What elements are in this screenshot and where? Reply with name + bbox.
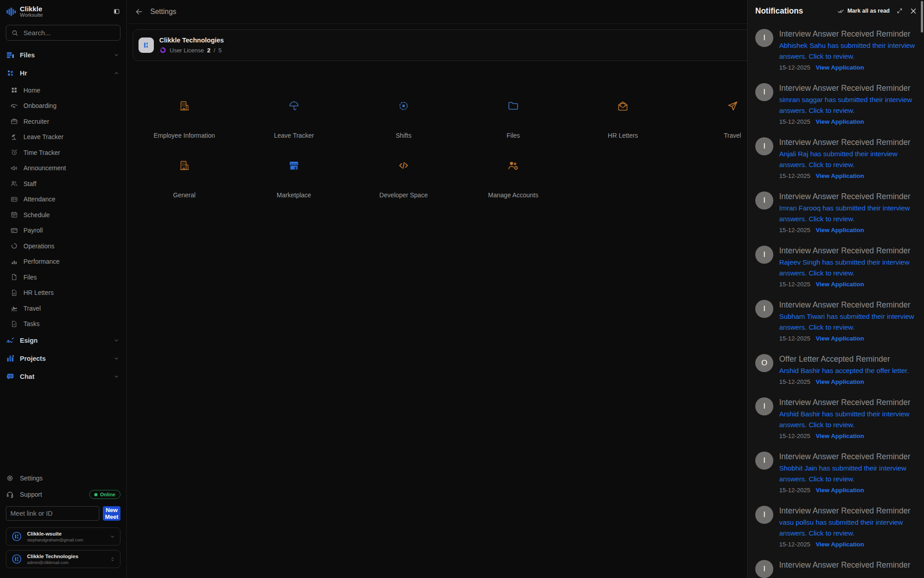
app-tile-general[interactable]: General (129, 159, 239, 199)
view-application-link[interactable]: View Application (816, 433, 864, 439)
view-application-link[interactable]: View Application (816, 281, 864, 288)
sidebar-item-files[interactable]: Files (0, 46, 126, 64)
avatar: O (755, 354, 773, 372)
notification-message[interactable]: Arshid Bashir has accepted the offer let… (779, 365, 909, 376)
view-application-link[interactable]: View Application (816, 541, 864, 548)
notification-date: 15-12-2025 (779, 64, 810, 71)
view-application-link[interactable]: View Application (816, 64, 864, 71)
company-logo-icon (139, 37, 154, 53)
sidebar-item-schedule[interactable]: Schedule (0, 207, 126, 223)
mark-all-as-read-button[interactable]: Mark all as read (837, 8, 890, 14)
notification-item[interactable]: I Interview Answer Received Reminder Imr… (755, 191, 920, 233)
back-arrow-icon[interactable] (134, 7, 143, 16)
view-application-link[interactable]: View Application (816, 378, 864, 385)
credit-card-icon (10, 227, 18, 234)
beach-umbrella-icon (10, 133, 18, 141)
sidebar-item-payroll[interactable]: Payroll (0, 223, 126, 238)
expand-icon[interactable] (896, 8, 903, 14)
notification-item[interactable]: I Interview Answer Received Reminder sim… (755, 83, 920, 125)
account-switcher-clikkle-wsuite[interactable]: Clikkle-wsuite stephandgraham@gmail.com (6, 527, 120, 545)
notification-item[interactable]: O Offer Letter Accepted Reminder Arshid … (755, 354, 920, 385)
sidebar-item-operations[interactable]: Operations (0, 238, 126, 254)
notification-date: 15-12-2025 (779, 227, 810, 233)
sidebar-collapse-icon[interactable] (113, 8, 120, 15)
notification-message[interactable]: Rajeev Singh has submitted their intervi… (779, 257, 917, 279)
avatar: I (755, 397, 773, 415)
people-icon (10, 180, 18, 187)
sidebar-item-esign[interactable]: Esign (0, 331, 126, 350)
chev-down-icon[interactable] (110, 534, 116, 540)
notification-item[interactable]: I Interview Answer Received Reminder Raj… (755, 246, 920, 288)
sidebar-item-staff[interactable]: Staff (0, 176, 126, 191)
company-name: Clikkle Technologies (159, 37, 224, 44)
notification-message[interactable]: Arshid Bashir has submitted their interv… (779, 409, 917, 430)
app-tile-employee-information[interactable]: Employee Information (129, 100, 239, 139)
notification-item[interactable]: I Interview Answer Received Reminder Anj… (755, 137, 920, 179)
notification-item[interactable]: I Interview Answer Received Reminder vas… (755, 506, 920, 548)
app-tile-files[interactable]: Files (458, 100, 568, 139)
view-application-link[interactable]: View Application (816, 118, 864, 125)
sidebar-item-announcement[interactable]: Announcement (0, 160, 126, 176)
umbrella-icon (288, 100, 300, 112)
sidebar-item-support[interactable]: Support Online (6, 486, 120, 503)
search-input[interactable] (23, 29, 115, 37)
app-tile-developer-space[interactable]: Developer Space (349, 159, 458, 199)
sidebar-item-chat[interactable]: Chat (0, 368, 126, 386)
sidebar-item-settings[interactable]: Settings (6, 470, 120, 486)
avatar: I (755, 191, 773, 210)
meet-link-input[interactable] (6, 506, 99, 521)
company-info: Clikkle Technologies User License 2 / 5 (159, 37, 224, 54)
sidebar-item-files[interactable]: Files (0, 269, 126, 285)
notification-item[interactable]: I Interview Answer Received Reminder Sub… (755, 300, 920, 342)
account-switcher-clikkle-technologies[interactable]: Clikkle Technologies admin@clikkmail.com (6, 550, 120, 568)
notification-message[interactable]: Anjali Raj has submitted their interview… (779, 149, 917, 170)
view-application-link[interactable]: View Application (816, 487, 864, 494)
app-tile-leave-tracker[interactable]: Leave Tracker (239, 100, 349, 139)
notification-message[interactable]: Shobhit Jain has submitted their intervi… (779, 463, 917, 485)
close-icon[interactable] (910, 7, 917, 15)
new-meet-button[interactable]: New Meet (103, 506, 120, 521)
sidebar-item-hr-letters[interactable]: HR Letters (0, 285, 126, 301)
send-icon (726, 100, 739, 112)
sidebar-item-travel[interactable]: Travel (0, 300, 126, 316)
sidebar-item-hr[interactable]: Hr (0, 64, 126, 82)
app-tile-manage-accounts[interactable]: Manage Accounts (458, 159, 568, 199)
view-application-link[interactable]: View Application (816, 227, 864, 233)
sidebar-item-attendance[interactable]: Attendance (0, 191, 126, 207)
sidebar-item-recruiter[interactable]: Recruiter (0, 113, 126, 129)
notification-message[interactable]: vasu pollsu has submitted their intervie… (779, 517, 917, 539)
sidebar-item-leave-tracker[interactable]: Leave Tracker (0, 129, 126, 145)
avatar: I (755, 506, 773, 524)
notification-message[interactable]: simran saggar has submitted their interv… (779, 94, 917, 116)
sidebar-item-home[interactable]: Home (0, 82, 126, 98)
sidebar-item-performance[interactable]: Performance (0, 254, 126, 270)
unfold-icon[interactable] (110, 556, 116, 562)
app-tile-hr-letters[interactable]: HR Letters (568, 100, 678, 139)
search-box[interactable] (6, 25, 120, 41)
license-separator: / (213, 47, 215, 54)
view-application-link[interactable]: View Application (816, 335, 864, 342)
notification-message[interactable]: Imran Farooq has submitted their intervi… (779, 203, 917, 224)
alarm-clock-icon (10, 149, 18, 156)
sidebar: Clikkle Worksuite Files Hr Home Onboardi… (0, 0, 127, 578)
app-tile-marketplace[interactable]: Marketplace (239, 159, 349, 199)
people-gear-icon (507, 159, 519, 172)
clikkle-ring-icon (11, 553, 23, 565)
sidebar-item-tasks[interactable]: Tasks (0, 316, 126, 332)
sidebar-item-time-tracker[interactable]: Time Tracker (0, 144, 126, 160)
notification-item[interactable]: I Interview Answer Received Reminder Sho… (755, 452, 920, 494)
sidebar-item-onboarding[interactable]: Onboarding (0, 98, 126, 114)
scrollbar-thumb[interactable] (921, 1, 923, 33)
notification-meta: 15-12-2025 View Application (779, 64, 917, 71)
notification-message[interactable]: Abhishek Sahu has submitted their interv… (779, 40, 917, 62)
license-total: 5 (218, 47, 222, 54)
view-application-link[interactable]: View Application (816, 172, 864, 179)
app-tile-shifts[interactable]: Shifts (349, 100, 458, 139)
support-label: Support (20, 491, 42, 498)
brand-block: Clikkle Worksuite (20, 5, 43, 18)
notification-message[interactable]: Subham Tiwari has submitted their interv… (779, 311, 917, 333)
sidebar-item-projects[interactable]: Projects (0, 350, 126, 368)
notification-item[interactable]: I Interview Answer Received Reminder Ars… (755, 397, 920, 439)
notification-item[interactable]: I Interview Answer Received Reminder Abh… (755, 29, 920, 71)
notification-item[interactable]: I Interview Answer Received Reminder (755, 560, 920, 578)
